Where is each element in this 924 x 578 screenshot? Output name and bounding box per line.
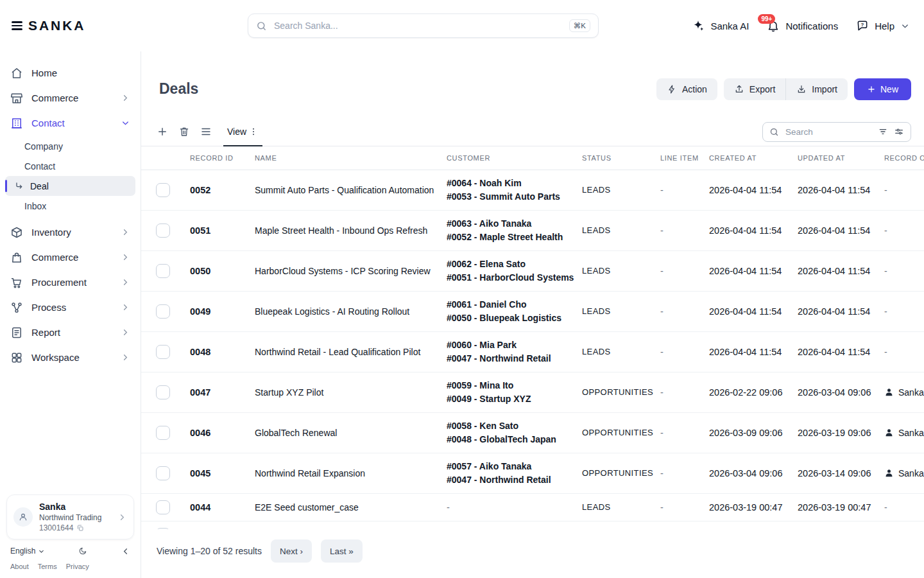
moon-icon[interactable] — [78, 547, 87, 556]
tab-view[interactable]: View — [223, 118, 262, 146]
customer-link[interactable]: #0061 - Daniel Cho — [447, 298, 574, 311]
global-search[interactable]: ⌘K — [248, 13, 599, 38]
customer-link[interactable]: #0064 - Noah Kim — [447, 177, 574, 190]
customer-link[interactable]: #0059 - Mina Ito — [447, 379, 574, 392]
table-row[interactable]: 0048 Northwind Retail - Lead Qualificati… — [141, 332, 924, 372]
help-chat-icon: ? — [856, 19, 869, 32]
trash-icon[interactable] — [178, 126, 190, 137]
table-row[interactable]: 0044 E2E Seed customer_case - LEADS - 20… — [141, 494, 924, 521]
lightning-icon — [667, 84, 677, 94]
sidebar-item-inbox[interactable]: Inbox — [0, 196, 141, 216]
about-link[interactable]: About — [10, 563, 29, 570]
import-button[interactable]: Import — [785, 78, 848, 100]
privacy-link[interactable]: Privacy — [66, 563, 89, 570]
sanka-ai-label: Sanka AI — [710, 21, 749, 31]
cell-customer: #0058 - Ken Sato#0048 - GlobalTech Japan — [447, 419, 582, 446]
customer-link[interactable]: #0063 - Aiko Tanaka — [447, 217, 574, 231]
sanka-ai-button[interactable]: Sanka AI — [692, 19, 749, 32]
add-view-icon[interactable] — [157, 126, 168, 137]
sliders-icon[interactable] — [894, 127, 904, 137]
sidebar-item-workspace[interactable]: Workspace — [0, 345, 141, 370]
action-button[interactable]: Action — [656, 78, 717, 100]
list-icon[interactable] — [200, 126, 212, 137]
column-header[interactable]: RECORD ID — [190, 154, 255, 162]
customer-link[interactable]: #0049 - Startup XYZ — [447, 392, 574, 406]
chevron-right-icon[interactable] — [117, 512, 127, 522]
topbar-actions: Sanka AI 99+ Notifications ? Help — [692, 0, 910, 51]
sidebar-item-commerce-2[interactable]: Commerce — [0, 245, 141, 270]
last-page-button[interactable]: Last » — [321, 539, 363, 563]
customer-link[interactable]: #0058 - Ken Sato — [447, 419, 574, 433]
cell-record-id: 0045 — [190, 468, 255, 478]
row-checkbox[interactable] — [156, 385, 170, 399]
customer-link[interactable]: #0053 - Summit Auto Parts — [447, 190, 574, 204]
account-card[interactable]: Sanka Northwind Trading 13001644 — [6, 495, 134, 539]
sidebar-item-commerce-1[interactable]: Commerce — [0, 85, 141, 110]
column-header[interactable]: LINE ITEM — [660, 154, 709, 162]
sidebar-item-home[interactable]: Home — [0, 60, 141, 85]
customer-link[interactable]: #0047 - Northwind Retail — [447, 352, 574, 365]
export-button[interactable]: Export — [724, 78, 785, 100]
row-checkbox[interactable] — [156, 223, 170, 238]
row-checkbox[interactable] — [156, 264, 170, 278]
customer-link[interactable]: #0060 - Mia Park — [447, 338, 574, 352]
customer-link[interactable]: #0057 - Aiko Tanaka — [447, 460, 574, 473]
customer-link[interactable]: #0051 - HarborCloud Systems — [447, 271, 574, 285]
table-row[interactable]: 0050 HarborCloud Systems - ICP Scoring R… — [141, 251, 924, 292]
table-row[interactable]: 0051 Maple Street Health - Inbound Ops R… — [141, 211, 924, 251]
copy-icon[interactable] — [76, 524, 84, 532]
table-row[interactable]: 0043 E2E Seed customer_case - LEADS - 20… — [141, 521, 924, 529]
sidebar-item-deal[interactable]: Deal — [5, 176, 135, 196]
help-button[interactable]: ? Help — [856, 19, 910, 32]
customer-link[interactable]: #0047 - Northwind Retail — [447, 473, 574, 487]
row-checkbox[interactable] — [156, 183, 170, 197]
row-checkbox[interactable] — [156, 345, 170, 359]
table-search-input[interactable] — [784, 127, 873, 137]
sidebar-item-contact[interactable]: Contact — [0, 110, 141, 136]
table-row[interactable]: 0049 Bluepeak Logistics - AI Routing Rol… — [141, 292, 924, 332]
global-search-input[interactable] — [273, 20, 563, 31]
sidebar-item-contact-child[interactable]: Contact — [0, 156, 141, 176]
column-header[interactable]: STATUS — [582, 154, 660, 162]
kebab-icon[interactable] — [248, 127, 259, 137]
column-header[interactable]: CREATED AT — [709, 154, 798, 162]
terms-link[interactable]: Terms — [38, 563, 57, 570]
notifications-button[interactable]: 99+ Notifications — [767, 19, 838, 32]
table-row[interactable]: 0045 Northwind Retail Expansion #0057 - … — [141, 453, 924, 494]
customer-link[interactable]: #0050 - Bluepeak Logistics — [447, 311, 574, 325]
cell-updated-at: 2026-03-14 09:06 — [798, 468, 884, 478]
owner-name: Sanka — [898, 387, 924, 398]
sidebar-item-inventory[interactable]: Inventory — [0, 220, 141, 245]
filter-icon[interactable] — [878, 127, 888, 137]
cell-record-owner: - — [884, 347, 924, 357]
row-checkbox[interactable] — [156, 500, 170, 514]
language-select[interactable]: English — [10, 547, 45, 556]
sidebar-footer-row: English — [0, 542, 141, 560]
sidebar-item-report[interactable]: Report — [0, 320, 141, 345]
customer-link[interactable]: #0048 - GlobalTech Japan — [447, 433, 574, 446]
sidebar-item-company[interactable]: Company — [0, 136, 141, 156]
table-row[interactable]: 0046 GlobalTech Renewal #0058 - Ken Sato… — [141, 413, 924, 453]
column-header[interactable]: CUSTOMER — [447, 154, 582, 162]
column-header[interactable]: UPDATED AT — [798, 154, 884, 162]
column-header[interactable]: RECORD OWNER — [884, 154, 924, 162]
table-search[interactable] — [762, 122, 911, 142]
next-page-button[interactable]: Next › — [271, 539, 312, 563]
cell-created-at: 2026-04-04 11:54 — [709, 266, 798, 276]
column-header[interactable]: NAME — [255, 154, 447, 162]
table-row[interactable]: 0052 Summit Auto Parts - Qualification A… — [141, 170, 924, 211]
row-checkbox[interactable] — [156, 426, 170, 440]
cell-record-id: 0044 — [190, 502, 255, 512]
collapse-sidebar-icon[interactable] — [121, 547, 130, 556]
brand[interactable]: SANKA — [12, 0, 85, 51]
chevron-down-icon — [121, 118, 130, 128]
new-button[interactable]: New — [854, 78, 911, 100]
row-checkbox[interactable] — [156, 304, 170, 319]
sidebar-item-procurement[interactable]: Procurement — [0, 270, 141, 295]
customer-link[interactable]: #0052 - Maple Street Health — [447, 231, 574, 244]
table-row[interactable]: 0047 Startup XYZ Pilot #0059 - Mina Ito#… — [141, 372, 924, 413]
row-checkbox[interactable] — [156, 466, 170, 480]
storefront-icon — [10, 92, 23, 105]
sidebar-item-process[interactable]: Process — [0, 295, 141, 320]
customer-link[interactable]: #0062 - Elena Sato — [447, 258, 574, 271]
